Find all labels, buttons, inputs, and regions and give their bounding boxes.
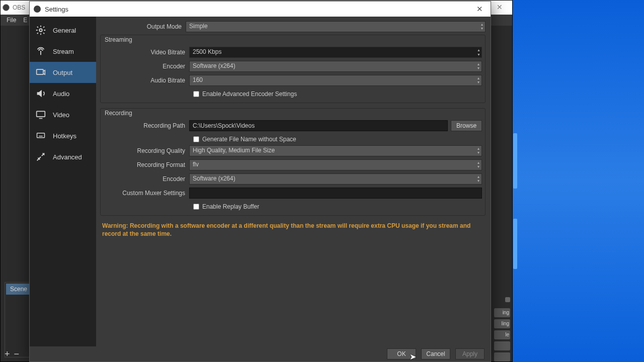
- scroll-nub[interactable]: [505, 297, 510, 302]
- label-recording-format: Recording Format: [104, 161, 189, 168]
- sidebar-label: Audio: [53, 90, 69, 98]
- label-custom-muxer: Custom Muxer Settings: [104, 190, 189, 197]
- sidebar-label: Stream: [53, 48, 74, 55]
- custom-muxer-input[interactable]: [189, 188, 482, 199]
- sidebar-label: Advanced: [53, 153, 82, 161]
- enable-replay-label[interactable]: Enable Replay Buffer: [202, 203, 259, 210]
- remove-scene-button[interactable]: −: [14, 349, 20, 359]
- updown-icon: ▴▾: [481, 23, 483, 31]
- sidebar-item-hotkeys[interactable]: Hotkeys: [30, 125, 96, 146]
- settings-title-text: Settings: [45, 6, 68, 13]
- control-frag[interactable]: [494, 341, 510, 350]
- monitor-icon: [34, 109, 48, 120]
- svg-point-0: [39, 29, 42, 32]
- svg-rect-2: [37, 69, 43, 74]
- sidebar-label: Video: [53, 111, 69, 119]
- label-rec-encoder: Encoder: [104, 175, 189, 183]
- recording-header: Recording: [104, 109, 482, 120]
- obs-logo-icon: [3, 4, 10, 11]
- filename-nospace-label[interactable]: Generate File Name without Space: [202, 136, 296, 143]
- warning-text: Warning: Recording with a software encod…: [100, 221, 486, 239]
- settings-dialog: Settings ✕ General Stream Output Audio: [29, 1, 491, 362]
- enable-advanced-label[interactable]: Enable Advanced Encoder Settings: [202, 90, 297, 98]
- audio-icon: [34, 88, 48, 99]
- control-frag[interactable]: [494, 352, 510, 361]
- svg-rect-5: [37, 133, 45, 138]
- svg-rect-3: [37, 111, 45, 117]
- updown-icon: ▴▾: [477, 76, 479, 84]
- controls-fragments: ing ling le: [494, 308, 510, 361]
- rec-encoder-select[interactable]: Software (x264) ▴▾: [189, 173, 482, 185]
- label-encoder: Encoder: [104, 63, 189, 70]
- enable-advanced-checkbox[interactable]: [193, 91, 199, 97]
- obs-title: OBS: [13, 4, 25, 11]
- recording-group: Recording Recording Path Browse Generate…: [100, 108, 486, 216]
- sidebar-item-general[interactable]: General: [30, 20, 96, 41]
- label-audio-bitrate: Audio Bitrate: [104, 77, 189, 84]
- settings-content: Output Mode Simple ▴▾ Streaming Video Bi…: [96, 17, 491, 346]
- sidebar-label: Hotkeys: [53, 132, 76, 140]
- cancel-button[interactable]: Cancel: [421, 348, 450, 359]
- label-recording-quality: Recording Quality: [104, 147, 189, 154]
- updown-icon: ▴▾: [477, 147, 479, 155]
- settings-footer: OK Cancel Apply: [30, 346, 491, 361]
- sidebar-item-output[interactable]: Output: [30, 62, 96, 83]
- filename-nospace-checkbox[interactable]: [193, 136, 199, 142]
- menu-file[interactable]: File: [7, 17, 16, 24]
- sidebar-item-advanced[interactable]: Advanced: [30, 146, 96, 167]
- control-frag[interactable]: ing: [494, 308, 510, 317]
- sidebar-item-video[interactable]: Video: [30, 104, 96, 125]
- output-mode-select[interactable]: Simple ▴▾: [186, 21, 486, 32]
- settings-sidebar: General Stream Output Audio Video Hotkey…: [30, 17, 96, 346]
- obs-close-button[interactable]: ✕: [490, 2, 509, 13]
- sidebar-item-stream[interactable]: Stream: [30, 41, 96, 62]
- scene-toolbar: + −: [5, 349, 19, 359]
- ok-button[interactable]: OK: [387, 348, 416, 359]
- broadcast-icon: [34, 46, 48, 57]
- label-recording-path: Recording Path: [104, 122, 189, 129]
- sidebar-item-audio[interactable]: Audio: [30, 83, 96, 104]
- sidebar-label: General: [53, 27, 76, 34]
- video-bitrate-input[interactable]: 2500 Kbps ▲▼: [189, 47, 482, 58]
- browse-button[interactable]: Browse: [451, 120, 482, 131]
- label-video-bitrate: Video Bitrate: [104, 49, 189, 56]
- settings-logo-icon: [34, 6, 41, 13]
- menu-edit[interactable]: E: [23, 17, 27, 24]
- output-icon: [34, 67, 48, 78]
- spinner-arrows-icon[interactable]: ▲▼: [477, 48, 480, 57]
- settings-close-button[interactable]: ✕: [468, 2, 491, 17]
- stream-encoder-select[interactable]: Software (x264) ▴▾: [189, 61, 482, 72]
- label-output-mode: Output Mode: [100, 23, 186, 30]
- recording-quality-select[interactable]: High Quality, Medium File Size ▴▾: [189, 145, 482, 156]
- enable-replay-checkbox[interactable]: [193, 204, 199, 210]
- streaming-header: Streaming: [104, 35, 482, 46]
- sidebar-label: Output: [53, 69, 72, 76]
- keyboard-icon: [34, 130, 48, 141]
- gear-icon: [34, 25, 48, 36]
- add-scene-button[interactable]: +: [5, 349, 10, 359]
- audio-bitrate-select[interactable]: 160 ▴▾: [189, 75, 482, 86]
- updown-icon: ▴▾: [477, 175, 479, 183]
- tools-icon: [34, 151, 48, 162]
- recording-path-input[interactable]: [189, 120, 448, 131]
- control-frag[interactable]: ling: [494, 319, 510, 328]
- streaming-group: Streaming Video Bitrate 2500 Kbps ▲▼ Enc…: [100, 35, 486, 103]
- recording-format-select[interactable]: flv ▴▾: [189, 159, 482, 170]
- control-frag[interactable]: le: [494, 330, 510, 339]
- settings-titlebar[interactable]: Settings: [30, 2, 491, 17]
- desktop-accent-bars: [513, 133, 517, 269]
- updown-icon: ▴▾: [477, 62, 479, 70]
- apply-button: Apply: [455, 348, 485, 359]
- updown-icon: ▴▾: [477, 161, 479, 169]
